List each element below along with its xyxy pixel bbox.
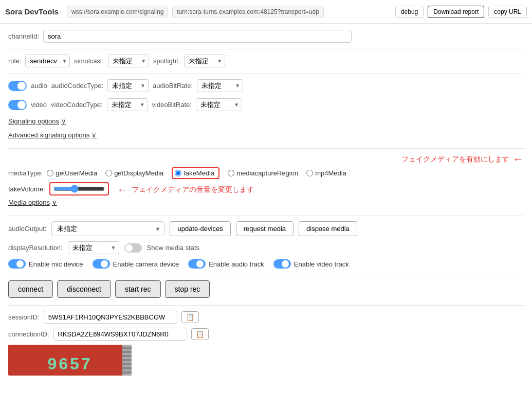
show-media-stats-label: Show media stats <box>147 244 200 252</box>
advanced-signaling-options-row: Advanced signaling options ∨ <box>8 131 524 143</box>
audio-row: audio audioCodecType: 未指定 ▼ audioBitRate… <box>8 79 524 92</box>
audio-output-select-wrap: 未指定 ▼ <box>51 221 164 236</box>
advanced-signaling-options-link[interactable]: Advanced signaling options ∨ <box>8 131 97 139</box>
media-type-row: mediaType: getUserMedia getDisplayMedia … <box>8 167 524 179</box>
get-user-media-option[interactable]: getUserMedia <box>47 169 97 177</box>
session-id-row: sessionID: 📋 <box>8 311 524 324</box>
mp4-media-option[interactable]: mp4Media <box>306 169 346 177</box>
fake-media-annotation-text: フェイクメディアを有効にします <box>401 155 509 164</box>
enable-camera-toggle[interactable] <box>93 259 110 269</box>
video-row: video videoCodecType: 未指定 ▼ videoBitRate… <box>8 98 524 111</box>
download-report-button[interactable]: Download report <box>428 6 484 18</box>
fake-media-annotation: フェイクメディアを有効にします ← <box>8 154 524 165</box>
get-display-media-option[interactable]: getDisplayMedia <box>105 169 163 177</box>
fake-volume-label: fakeVolume: <box>8 185 45 193</box>
fake-volume-slider[interactable] <box>53 185 105 193</box>
copy-connection-id-button[interactable]: 📋 <box>191 328 209 340</box>
fake-volume-annotation: ← フェイクメディアの音量を変更します <box>117 184 254 195</box>
fake-media-arrow-icon: ← <box>512 154 524 165</box>
video-preview: 9657 <box>8 345 132 376</box>
audio-codec-select[interactable]: 未指定 <box>107 79 149 92</box>
fake-volume-arrow-icon: ← <box>117 184 129 195</box>
enable-video-track-toggle[interactable] <box>273 259 291 269</box>
enable-camera-item: Enable camera device <box>93 259 179 269</box>
audio-bitrate-select[interactable]: 未指定 <box>197 79 243 92</box>
display-resolution-select[interactable]: 未指定 <box>68 241 119 254</box>
video-codec-select[interactable]: 未指定 <box>107 98 148 111</box>
display-resolution-row: displayResolution: 未指定 ▼ Show media stat… <box>8 241 524 254</box>
fake-volume-section: fakeVolume: ← フェイクメディアの音量を変更します <box>8 182 524 195</box>
role-select-wrap: sendrecvsendonlyrecvonly ▼ <box>25 55 70 67</box>
media-type-section: フェイクメディアを有効にします ← mediaType: getUserMedi… <box>8 154 524 195</box>
audio-label: audio <box>31 82 47 90</box>
app-title: Sora DevTools <box>5 7 59 16</box>
simulcast-select[interactable]: 未指定truefalse <box>108 55 149 67</box>
copy-url-button[interactable]: copy URL <box>488 6 527 18</box>
enable-toggles-row: Enable mic device Enable camera device E… <box>8 259 524 269</box>
audio-codec-label: audioCodecType: <box>51 82 103 90</box>
display-resolution-select-wrap: 未指定 ▼ <box>68 241 119 254</box>
request-media-button[interactable]: request media <box>236 221 293 236</box>
enable-video-track-item: Enable video track <box>273 259 349 269</box>
update-devices-button[interactable]: update-devices <box>170 221 230 236</box>
action-buttons-row: connect disconnect start rec stop rec <box>8 280 524 298</box>
video-toggle[interactable] <box>8 100 27 110</box>
connection-id-input[interactable] <box>53 328 187 341</box>
channel-row: channelId: <box>8 30 524 43</box>
audio-output-select[interactable]: 未指定 <box>51 221 164 236</box>
enable-audio-track-toggle[interactable] <box>188 259 206 269</box>
video-bitrate-label: videoBitRate: <box>152 101 192 109</box>
role-label: role: <box>8 57 21 65</box>
media-capture-region-option[interactable]: mediacaptureRegion <box>228 169 298 177</box>
dispose-media-button[interactable]: dispose media <box>299 221 357 236</box>
media-options-chevron-icon: ∨ <box>52 199 57 206</box>
video-bitrate-select[interactable]: 未指定 <box>196 98 242 111</box>
video-codec-label: videoCodecType: <box>51 101 102 109</box>
simulcast-select-wrap: 未指定truefalse ▼ <box>108 55 149 67</box>
video-bitrate-select-wrap: 未指定 ▼ <box>196 98 242 111</box>
session-id-input[interactable] <box>44 311 177 324</box>
copy-session-id-button[interactable]: 📋 <box>181 311 199 323</box>
audio-toggle[interactable] <box>8 81 27 91</box>
video-side-bar <box>122 345 132 376</box>
spotlight-select[interactable]: 未指定truefalse <box>184 55 225 67</box>
debug-button[interactable]: debug <box>395 6 424 18</box>
audio-output-label: audioOutput: <box>8 225 46 233</box>
stop-rec-button[interactable]: stop rec <box>165 280 210 298</box>
enable-mic-label: Enable mic device <box>29 260 83 268</box>
display-resolution-label: displayResolution: <box>8 244 63 252</box>
media-type-label: mediaType: <box>8 169 43 177</box>
fake-volume-slider-wrap <box>49 182 109 195</box>
media-type-radio-group: getUserMedia getDisplayMedia fakeMedia m… <box>47 167 346 179</box>
signaling-options-link[interactable]: Signaling options ∨ <box>8 117 66 125</box>
connect-button[interactable]: connect <box>8 280 53 298</box>
fake-media-option[interactable]: fakeMedia <box>172 167 219 179</box>
enable-mic-toggle[interactable] <box>8 259 26 269</box>
enable-video-track-label: Enable video track <box>294 260 349 268</box>
media-options-link[interactable]: Media options ∨ <box>8 199 57 206</box>
fake-volume-annotation-text: フェイクメディアの音量を変更します <box>132 185 254 194</box>
enable-mic-item: Enable mic device <box>8 259 83 269</box>
start-rec-button[interactable]: start rec <box>115 280 161 298</box>
audio-codec-select-wrap: 未指定 ▼ <box>107 79 149 92</box>
audio-output-row: audioOutput: 未指定 ▼ update-devices reques… <box>8 221 524 236</box>
turn-url: turn:sora-turns.examples.com:48125?trans… <box>172 6 324 18</box>
enable-audio-track-item: Enable audio track <box>188 259 264 269</box>
video-number: 9657 <box>47 354 92 374</box>
role-select[interactable]: sendrecvsendonlyrecvonly <box>25 55 70 67</box>
audio-bitrate-select-wrap: 未指定 ▼ <box>197 79 243 92</box>
advanced-signaling-chevron-icon: ∨ <box>91 131 97 139</box>
disconnect-button[interactable]: disconnect <box>57 280 111 298</box>
role-row: role: sendrecvsendonlyrecvonly ▼ simulca… <box>8 55 524 67</box>
channel-input[interactable] <box>43 30 352 43</box>
media-options-row: Media options ∨ <box>8 199 524 210</box>
show-media-stats-toggle[interactable] <box>124 243 142 253</box>
audio-bitrate-label: audioBitRate: <box>153 82 193 90</box>
fake-volume-row: fakeVolume: <box>8 182 109 195</box>
video-codec-select-wrap: 未指定 ▼ <box>107 98 148 111</box>
enable-audio-track-label: Enable audio track <box>209 260 264 268</box>
channel-label: channelId: <box>8 32 39 40</box>
session-id-label: sessionID: <box>8 313 40 321</box>
simulcast-label: simulcast: <box>74 57 104 65</box>
enable-camera-label: Enable camera device <box>113 260 179 268</box>
